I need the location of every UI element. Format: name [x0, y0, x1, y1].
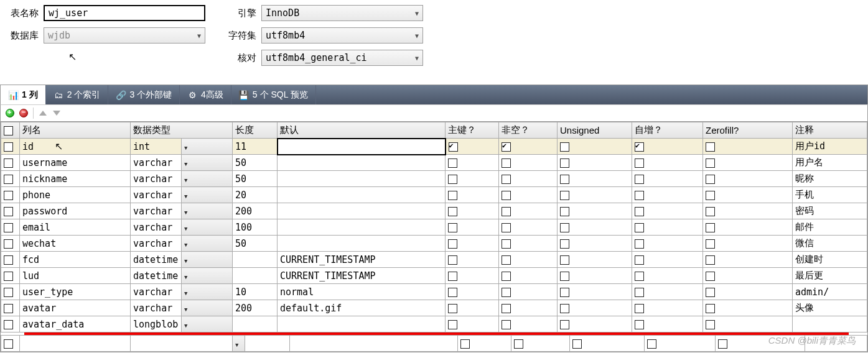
checkbox[interactable] — [448, 223, 457, 232]
checkbox[interactable] — [635, 158, 644, 168]
datatype-dropdown[interactable]: ▼ — [182, 268, 233, 284]
length-cell[interactable]: 50 — [233, 236, 278, 252]
checkbox[interactable] — [560, 191, 569, 200]
header-length[interactable]: 长度 — [233, 122, 278, 139]
checkbox[interactable] — [635, 272, 644, 281]
checkbox[interactable] — [448, 158, 457, 168]
checkbox[interactable] — [635, 223, 644, 232]
checkbox[interactable] — [448, 288, 457, 297]
datatype-cell[interactable]: varchar — [131, 203, 182, 219]
checkbox[interactable] — [502, 320, 511, 329]
checkbox[interactable] — [635, 320, 644, 329]
datatype-cell[interactable]: datetime — [131, 252, 182, 268]
header-comment[interactable]: 注释 — [793, 122, 867, 139]
dropdown-icon[interactable]: ▼ — [235, 342, 238, 348]
default-cell[interactable] — [278, 187, 446, 203]
default-cell[interactable] — [278, 139, 446, 155]
column-name-cell[interactable]: email — [20, 219, 131, 236]
checkbox[interactable] — [635, 142, 644, 152]
comment-cell[interactable]: 创建时 — [793, 252, 867, 268]
row-checkbox[interactable] — [4, 339, 13, 349]
comment-cell[interactable]: 邮件 — [793, 219, 867, 236]
tab-4[interactable]: 💾5 个 SQL 预览 — [231, 85, 316, 104]
checkbox[interactable] — [706, 255, 715, 265]
checkbox[interactable] — [449, 142, 458, 152]
comment-cell[interactable]: 密码 — [793, 203, 867, 219]
datatype-cell[interactable]: varchar — [131, 155, 182, 171]
header-nn[interactable]: 非空？ — [499, 122, 558, 139]
header-zf[interactable]: Zerofill? — [703, 122, 793, 139]
checkbox[interactable] — [4, 142, 13, 152]
checkbox[interactable] — [635, 288, 644, 297]
datatype-dropdown[interactable]: ▼ — [182, 187, 233, 203]
checkbox[interactable] — [4, 304, 13, 313]
checkbox[interactable] — [448, 175, 457, 184]
checkbox[interactable] — [502, 158, 511, 168]
checkbox[interactable] — [4, 255, 13, 265]
comment-cell[interactable]: 用户名 — [793, 155, 867, 171]
table-row[interactable]: fcddatetime▼CURRENT_TIMESTAMP创建时 — [1, 252, 867, 268]
datatype-cell[interactable]: varchar — [131, 219, 182, 236]
checkbox[interactable] — [502, 304, 511, 313]
datatype-dropdown[interactable]: ▼ — [182, 284, 233, 300]
checkbox[interactable] — [502, 207, 511, 216]
length-cell[interactable]: 50 — [233, 171, 278, 187]
tab-3[interactable]: ⚙4高级 — [180, 85, 231, 104]
nn-checkbox[interactable] — [514, 339, 523, 349]
comment-cell[interactable]: 最后更 — [793, 268, 867, 284]
checkbox[interactable] — [706, 304, 715, 313]
column-name-cell[interactable]: avatar_data — [20, 316, 131, 332]
checkbox[interactable] — [706, 207, 715, 216]
checkbox[interactable] — [635, 239, 644, 249]
length-cell[interactable]: 11 — [233, 139, 278, 155]
table-row[interactable]: wechatvarchar▼50微信 — [1, 236, 867, 252]
checkbox[interactable] — [560, 304, 569, 313]
checkbox[interactable] — [560, 239, 569, 249]
length-cell[interactable]: 200 — [233, 300, 278, 316]
checkbox[interactable] — [635, 304, 644, 313]
column-name-cell[interactable]: user_type — [20, 284, 131, 300]
column-name-cell[interactable]: username — [20, 155, 131, 171]
move-up-button[interactable] — [37, 108, 49, 119]
checkbox[interactable] — [706, 223, 715, 232]
table-row[interactable]: avatarvarchar▼200default.gif头像 — [1, 300, 867, 316]
datatype-cell[interactable]: int — [131, 139, 182, 155]
comment-cell[interactable] — [793, 316, 867, 332]
checkbox[interactable] — [448, 239, 457, 249]
checkbox[interactable] — [4, 175, 13, 184]
datatype-dropdown[interactable]: ▼ — [182, 236, 233, 252]
default-cell[interactable]: CURRENT_TIMESTAMP — [278, 252, 446, 268]
column-name-cell[interactable]: phone — [20, 187, 131, 203]
datatype-dropdown[interactable]: ▼ — [182, 300, 233, 316]
header-ai[interactable]: 自增？ — [632, 122, 703, 139]
checkbox[interactable] — [4, 288, 13, 297]
default-cell[interactable] — [278, 203, 446, 219]
add-row-button[interactable] — [4, 108, 16, 119]
column-name-cell[interactable]: nickname — [20, 171, 131, 187]
checkbox[interactable] — [448, 272, 457, 281]
collation-select[interactable]: utf8mb4_general_ci ▼ — [261, 50, 423, 66]
datatype-dropdown[interactable]: ▼ — [182, 139, 233, 155]
checkbox[interactable] — [706, 288, 715, 297]
datatype-dropdown[interactable]: ▼ — [182, 171, 233, 187]
length-cell[interactable]: 20 — [233, 187, 278, 203]
comment-cell[interactable]: admin/ — [793, 284, 867, 300]
checkbox[interactable] — [706, 272, 715, 281]
checkbox[interactable] — [502, 175, 511, 184]
checkbox[interactable] — [502, 191, 511, 200]
checkbox[interactable] — [448, 191, 457, 200]
length-cell[interactable]: 100 — [233, 219, 278, 236]
datatype-cell[interactable]: varchar — [131, 236, 182, 252]
checkbox[interactable] — [560, 142, 569, 152]
checkbox[interactable] — [560, 223, 569, 232]
default-cell[interactable] — [278, 236, 446, 252]
checkbox[interactable] — [635, 175, 644, 184]
checkbox[interactable] — [502, 272, 511, 281]
checkbox[interactable] — [706, 320, 715, 329]
checkbox[interactable] — [560, 207, 569, 216]
datatype-cell[interactable]: varchar — [131, 187, 182, 203]
datatype-cell[interactable]: datetime — [131, 268, 182, 284]
length-cell[interactable] — [233, 252, 278, 268]
engine-select[interactable]: InnoDB ▼ — [261, 5, 423, 21]
move-down-button[interactable] — [51, 108, 62, 119]
